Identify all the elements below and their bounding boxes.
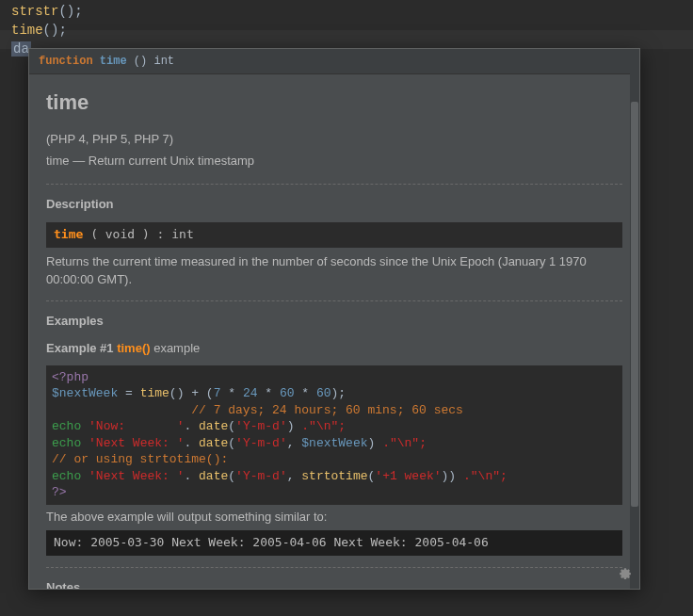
separator bbox=[46, 567, 622, 568]
separator bbox=[46, 300, 622, 301]
documentation-tooltip: function time () int time (PHP 4, PHP 5,… bbox=[28, 48, 640, 590]
section-heading-description: Description bbox=[46, 196, 622, 214]
example-code-block: <?php $nextWeek = time() + (7 * 24 * 60 … bbox=[46, 365, 622, 505]
code-line: strstr(); bbox=[11, 2, 693, 21]
signature-keyword: function bbox=[39, 55, 93, 68]
tooltip-settings[interactable] bbox=[619, 567, 632, 583]
section-heading-notes: Notes bbox=[46, 579, 622, 589]
synopsis-name: time bbox=[54, 227, 83, 241]
doc-title: time bbox=[46, 88, 622, 118]
section-heading-examples: Examples bbox=[46, 313, 622, 331]
scrollbar-thumb[interactable] bbox=[631, 102, 638, 507]
output-block: Now: 2005-03-30 Next Week: 2005-04-06 Ne… bbox=[46, 530, 622, 556]
function-call: time bbox=[11, 23, 43, 38]
signature-bar: function time () int bbox=[29, 49, 639, 74]
separator bbox=[46, 184, 622, 185]
scrollbar-track[interactable] bbox=[630, 73, 639, 589]
output-note: The above example will output something … bbox=[46, 509, 622, 527]
function-synopsis: time ( void ) : int bbox=[46, 222, 622, 248]
code-line: time(); bbox=[11, 21, 693, 40]
signature-return: int bbox=[153, 55, 174, 68]
synopsis-rest: ( void ) : int bbox=[83, 227, 193, 241]
signature-params: () bbox=[134, 55, 147, 68]
description-text: Returns the current time measured in the… bbox=[46, 253, 622, 289]
doc-summary: time — Return current Unix timestamp bbox=[46, 153, 622, 170]
example-title: Example #1 time() example bbox=[46, 340, 622, 358]
function-call: strstr bbox=[11, 4, 58, 19]
php-versions: (PHP 4, PHP 5, PHP 7) bbox=[46, 131, 622, 149]
gear-icon[interactable] bbox=[619, 569, 632, 583]
documentation-body[interactable]: time (PHP 4, PHP 5, PHP 7) time — Return… bbox=[29, 74, 639, 589]
signature-name: time bbox=[100, 55, 127, 68]
